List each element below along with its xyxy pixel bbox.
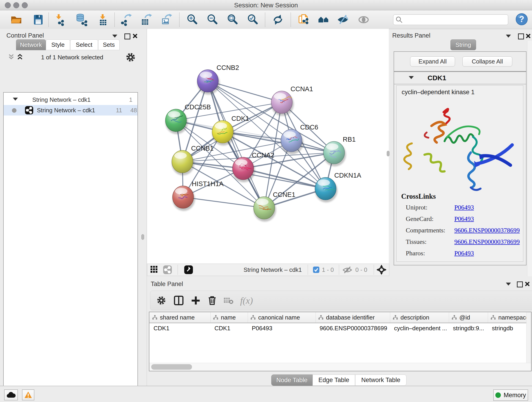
- memory-button[interactable]: Memory: [493, 389, 528, 401]
- tab-network[interactable]: Network: [16, 39, 46, 50]
- status-bar: Memory: [0, 386, 532, 402]
- network-node-CCNB2[interactable]: [197, 70, 220, 95]
- zoom-selected-icon[interactable]: [247, 13, 260, 26]
- results-scrollbar[interactable]: [527, 41, 532, 276]
- expand-all-button[interactable]: Expand All: [410, 56, 455, 67]
- new-network-from-selection-icon[interactable]: [298, 13, 311, 26]
- show-all-icon[interactable]: [357, 13, 371, 26]
- network-view-toolbar: String Network – cdk1 1 - 0 0 - 0: [147, 264, 389, 276]
- open-in-window-icon[interactable]: [184, 265, 193, 274]
- birds-eye-view-icon[interactable]: [150, 265, 160, 274]
- delete-column-icon[interactable]: [205, 294, 219, 307]
- crosslink-value[interactable]: P06493: [454, 249, 474, 257]
- function-builder-icon[interactable]: f(x): [240, 294, 253, 307]
- selected-checkbox-icon[interactable]: [313, 266, 320, 273]
- tab-network-table[interactable]: Network Table: [355, 375, 406, 386]
- import-table-from-file-icon[interactable]: [97, 13, 110, 26]
- network-node-CDKN1A[interactable]: [315, 177, 337, 202]
- toolbar-separator: [48, 13, 49, 27]
- collapse-all-icon[interactable]: [8, 54, 15, 61]
- network-node-CDC25B[interactable]: [165, 109, 188, 134]
- control-panel-float-icon[interactable]: [124, 33, 130, 40]
- tree-row-collection[interactable]: String Network – cdk1 1: [4, 95, 138, 105]
- network-node-CCNA1[interactable]: [271, 91, 294, 116]
- show-columns-icon[interactable]: [172, 294, 186, 307]
- crosslink-label: Pharos:: [406, 249, 454, 257]
- selection-summary: 1 of 1 Network selected: [27, 54, 117, 61]
- tab-node-table[interactable]: Node Table: [271, 375, 312, 386]
- network-results-splitter-handle[interactable]: [387, 151, 389, 156]
- collapse-all-button[interactable]: Collapse All: [462, 56, 512, 67]
- zoom-in-icon[interactable]: [186, 13, 199, 26]
- column-header-description[interactable]: description: [390, 312, 449, 323]
- first-neighbors-icon[interactable]: [317, 13, 330, 26]
- tab-style[interactable]: Style: [46, 39, 70, 50]
- crosslink-value[interactable]: 9606.ENSP00000378699: [454, 238, 520, 245]
- cloud-button[interactable]: [4, 389, 18, 400]
- table-panel-menu-icon[interactable]: [506, 282, 511, 287]
- import-network-from-database-icon[interactable]: [75, 13, 88, 26]
- search-input[interactable]: [404, 16, 506, 24]
- network-node-HIST1H1A[interactable]: [172, 186, 195, 211]
- tab-sets[interactable]: Sets: [98, 39, 120, 50]
- network-node-CCNB1[interactable]: [172, 150, 194, 175]
- export-image-icon[interactable]: [160, 13, 174, 26]
- delete-table-icon[interactable]: [222, 294, 235, 307]
- crosslink-value[interactable]: 9606.ENSP00000378699: [454, 227, 520, 234]
- gene-section-header[interactable]: CDK1: [394, 72, 526, 84]
- crosslink-value[interactable]: P06493: [454, 204, 474, 211]
- warning-icon: [24, 391, 32, 399]
- network-node-CDK1[interactable]: [212, 121, 234, 146]
- vertical-splitter-handle[interactable]: [141, 234, 144, 240]
- network-node-CCNA2[interactable]: [233, 157, 255, 182]
- column-header-shared-name[interactable]: shared name: [149, 312, 210, 323]
- table-hscrollbar[interactable]: [149, 363, 531, 371]
- table-panel-close-icon[interactable]: [525, 281, 530, 287]
- crosslink-value[interactable]: P06493: [454, 215, 474, 223]
- help-button[interactable]: ?: [515, 13, 528, 26]
- table-panel-float-icon[interactable]: [517, 281, 523, 288]
- control-panel-menu-icon[interactable]: [112, 34, 117, 38]
- column-header-database-identifier[interactable]: database identifier: [316, 312, 390, 323]
- column-header-canonical-name[interactable]: canonical name: [248, 312, 316, 323]
- open-session-icon[interactable]: [10, 13, 23, 26]
- crosslink-label: Tissues:: [406, 238, 454, 245]
- collection-count: 1: [129, 96, 133, 103]
- tab-select[interactable]: Select: [70, 39, 98, 50]
- expand-all-icon[interactable]: [17, 54, 23, 61]
- zoom-fit-content-icon[interactable]: [226, 13, 240, 26]
- save-session-icon[interactable]: [32, 13, 45, 26]
- column-header-name[interactable]: name: [210, 312, 248, 323]
- results-panel-menu-icon[interactable]: [506, 34, 511, 38]
- fit-selected-crosshair-icon[interactable]: [376, 264, 387, 275]
- hide-selected-icon[interactable]: [336, 13, 350, 26]
- network-node-RB1[interactable]: [323, 141, 346, 166]
- results-panel-close-icon[interactable]: [526, 33, 531, 39]
- export-network-icon[interactable]: [120, 13, 133, 26]
- column-header--id[interactable]: @id: [449, 312, 488, 323]
- zoom-out-icon[interactable]: [206, 13, 220, 26]
- tab-edge-table[interactable]: Edge Table: [312, 375, 355, 386]
- network-item-label: String Network – cdk1: [37, 107, 95, 114]
- memory-status-dot: [495, 392, 501, 398]
- network-canvas[interactable]: CCNB2 CCNA1 CDC25B CDK1 CDC6 RB1 CCNB1 C…: [147, 29, 389, 264]
- tree-row-network[interactable]: String Network – cdk1 11 48: [4, 105, 138, 115]
- import-network-from-file-icon[interactable]: [53, 13, 66, 26]
- warning-button[interactable]: [22, 389, 34, 400]
- apply-preferred-layout-icon[interactable]: [271, 13, 285, 26]
- toolbar-search: [393, 14, 508, 25]
- column-header-namespace[interactable]: namespace: [488, 312, 532, 323]
- export-table-icon[interactable]: [140, 13, 153, 26]
- network-share-icon[interactable]: [163, 265, 172, 274]
- table-gear-icon[interactable]: [154, 294, 168, 307]
- crosslink-row: Uniprot: P06493: [406, 204, 520, 211]
- table-vscrollbar[interactable]: [526, 312, 531, 371]
- gear-icon[interactable]: [126, 52, 136, 62]
- tab-string[interactable]: String: [450, 39, 476, 50]
- collapse-section-icon[interactable]: [409, 76, 414, 79]
- crosslink-row: Pharos: P06493: [406, 249, 520, 257]
- add-column-icon[interactable]: [189, 294, 203, 307]
- control-panel-close-icon[interactable]: [133, 33, 138, 39]
- results-panel-float-icon[interactable]: [518, 33, 524, 40]
- tree-expand-icon[interactable]: [13, 98, 18, 101]
